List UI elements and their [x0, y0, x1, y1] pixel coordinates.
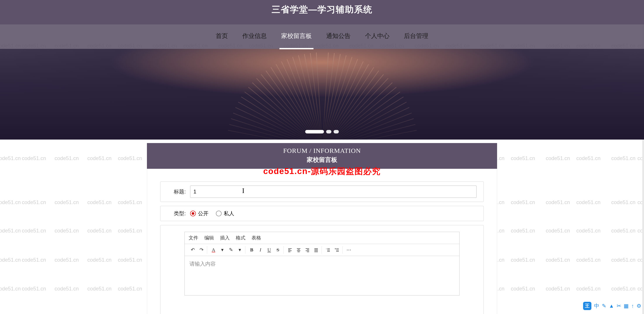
ime-badge[interactable]: 王 [583, 302, 592, 310]
panel-title-en: FORUM / INFORMATION [147, 147, 497, 154]
fontcolor-icon[interactable]: A [210, 246, 217, 254]
radio-public[interactable]: 公开 [190, 210, 208, 217]
bgcolor-icon[interactable]: ✎ [227, 246, 235, 254]
radio-public-label: 公开 [198, 210, 208, 217]
radio-private-label: 私人 [224, 210, 234, 217]
content-panel: FORUM / INFORMATION 家校留言板 code51.cn-源码乐园… [147, 143, 497, 314]
carousel-indicators [305, 130, 339, 133]
unordered-list-icon[interactable] [333, 246, 340, 254]
indicator-1[interactable] [305, 130, 324, 133]
radio-dot-icon [216, 211, 222, 216]
align-center-icon[interactable] [295, 246, 302, 254]
svg-point-1 [335, 248, 336, 249]
ime-gear-icon[interactable]: ⚙ [636, 303, 642, 309]
radio-dot-icon [190, 211, 196, 216]
editor-menu: 文件 编辑 插入 格式 表格 [185, 232, 459, 244]
ime-edit-icon[interactable]: ✎ [602, 303, 606, 309]
content-field: 文件 编辑 插入 格式 表格 ↶ ↷ A ▾ ✎ ▾ [160, 225, 484, 314]
ime-grid-icon[interactable]: ▦ [624, 303, 629, 309]
panel-header: FORUM / INFORMATION 家校留言板 [147, 143, 497, 169]
title-label: 标题: [168, 188, 186, 195]
editor-toolbar: ↶ ↷ A ▾ ✎ ▾ B I U S [185, 244, 459, 256]
richtext-editor: 文件 编辑 插入 格式 表格 ↶ ↷ A ▾ ✎ ▾ [184, 232, 460, 296]
ordered-list-icon[interactable]: 1 [324, 246, 332, 254]
strike-icon[interactable]: S [274, 246, 282, 254]
nav-homework[interactable]: 作业信息 [240, 24, 268, 49]
title-input[interactable] [190, 186, 476, 198]
menu-format[interactable]: 格式 [236, 235, 245, 241]
panel-title-cn: 家校留言板 [147, 156, 497, 164]
main-nav: 首页 作业信息 家校留言板 通知公告 个人中心 后台管理 [0, 24, 644, 49]
menu-insert[interactable]: 插入 [220, 235, 230, 241]
nav-home[interactable]: 首页 [214, 24, 230, 49]
type-label: 类型: [168, 210, 186, 217]
editor-body[interactable]: 请输入内容 [185, 256, 459, 295]
align-right-icon[interactable] [304, 246, 311, 254]
svg-text:1: 1 [326, 248, 327, 250]
undo-icon[interactable]: ↶ [189, 246, 196, 254]
ime-lang-icon[interactable]: 中 [594, 303, 599, 310]
type-field: 类型: 公开 私人 [160, 206, 484, 221]
menu-edit[interactable]: 编辑 [204, 235, 214, 241]
title-field: 标题: [160, 181, 484, 202]
align-left-icon[interactable] [286, 246, 294, 254]
nav-notice[interactable]: 通知公告 [324, 24, 352, 49]
nav-message-board[interactable]: 家校留言板 [280, 24, 314, 49]
radio-private[interactable]: 私人 [216, 210, 234, 217]
nav-profile[interactable]: 个人中心 [363, 24, 391, 49]
align-justify-icon[interactable] [312, 246, 320, 254]
watermark-warning: code51.cn-源码乐园盗图必究 [263, 166, 381, 177]
italic-icon[interactable]: I [257, 246, 264, 254]
underline-icon[interactable]: U [266, 246, 273, 254]
indicator-3[interactable] [334, 130, 339, 133]
ime-tray: 王 中 ✎ ▲ ✂ ▦ ↑ ⚙ [583, 302, 642, 310]
ime-cut-icon[interactable]: ✂ [617, 303, 621, 309]
menu-table[interactable]: 表格 [252, 235, 261, 241]
menu-file[interactable]: 文件 [188, 235, 198, 241]
site-title: 三省学堂—学习辅助系统 [0, 0, 644, 15]
more-icon[interactable]: ⋯ [345, 246, 352, 254]
nav-admin[interactable]: 后台管理 [402, 24, 430, 49]
book-image: (function(){ var p=document.currentScrip… [126, 49, 518, 140]
header: 三省学堂—学习辅助系统 [0, 0, 644, 24]
form: 标题: 类型: 公开 私人 文件 编辑 插入 [147, 169, 497, 314]
ime-arrow-icon[interactable]: ↑ [631, 303, 634, 309]
chevron-down-icon[interactable]: ▾ [236, 246, 244, 254]
ime-up-icon[interactable]: ▲ [609, 303, 614, 309]
indicator-2[interactable] [326, 130, 332, 133]
chevron-down-icon[interactable]: ▾ [218, 246, 226, 254]
bold-icon[interactable]: B [248, 246, 256, 254]
redo-icon[interactable]: ↷ [198, 246, 205, 254]
hero-banner: (function(){ var p=document.currentScrip… [0, 49, 644, 140]
